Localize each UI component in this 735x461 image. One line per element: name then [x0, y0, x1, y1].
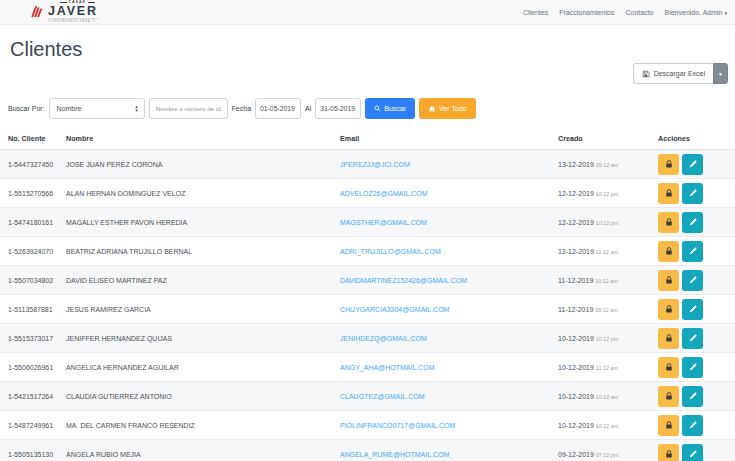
email-link[interactable]: JENIHDEZQ@GMAIL.COM — [340, 335, 427, 342]
caret-down-icon: ▼ — [718, 71, 723, 77]
lock-icon — [664, 275, 674, 285]
pencil-icon — [688, 275, 698, 285]
javer-logo[interactable]: CASAS JAVER CONSTRUIMOS PARA TI — [30, 1, 98, 23]
cell-acciones — [650, 353, 735, 382]
download-excel-dropdown-toggle[interactable]: ▼ — [713, 63, 728, 84]
cell-no-cliente: 1-5113587881 — [0, 295, 58, 324]
cell-no-cliente: 1-5515373017 — [0, 324, 58, 353]
creado-time: 10:12 pm — [596, 336, 618, 342]
buscar-label: Buscar — [384, 105, 406, 112]
search-icon — [374, 105, 381, 112]
creado-date: 13-12-2019 — [558, 161, 594, 168]
cell-acciones — [650, 324, 735, 353]
ver-todo-button[interactable]: Ver Todo — [419, 98, 476, 119]
lock-button[interactable] — [658, 444, 679, 461]
search-by-value: Nombre — [57, 105, 82, 112]
lock-icon — [664, 159, 674, 169]
search-by-select[interactable]: Nombre ▲▼ — [49, 98, 145, 119]
toolbar-row: Descargar Excel ▼ — [0, 60, 735, 84]
lock-icon — [664, 217, 674, 227]
cell-nombre: DAVID ELISEO MARTINEZ PAZ — [58, 266, 332, 295]
lock-button[interactable] — [658, 328, 679, 349]
edit-button[interactable] — [682, 299, 703, 320]
search-input[interactable] — [149, 98, 228, 119]
email-link[interactable]: CHUYGARCIA3304@GMAIL.COM — [340, 306, 449, 313]
nav-clientes[interactable]: Clientes — [523, 9, 548, 16]
cell-creado: 11-12-201909:12 am — [550, 295, 650, 324]
cell-email: CHUYGARCIA3304@GMAIL.COM — [332, 295, 550, 324]
lock-icon — [664, 362, 674, 372]
lock-button[interactable] — [658, 212, 679, 233]
cell-no-cliente: 1-5515270566 — [0, 179, 58, 208]
date-from-input[interactable] — [255, 98, 301, 119]
table-row: 1-5507034802 DAVID ELISEO MARTINEZ PAZ D… — [0, 266, 735, 295]
cell-acciones — [650, 382, 735, 411]
cell-acciones — [650, 440, 735, 461]
creado-time: 11:12 am — [596, 365, 618, 371]
edit-button[interactable] — [682, 183, 703, 204]
cell-acciones — [650, 266, 735, 295]
buscar-button[interactable]: Buscar — [365, 98, 415, 119]
table-row: 1-5505135130 ANGELA RUBIO MEJIA ANGELA_R… — [0, 440, 735, 461]
email-link[interactable]: ANGELA_RUME@HOTMAIL.COM — [340, 451, 449, 458]
edit-button[interactable] — [682, 415, 703, 436]
email-link[interactable]: ADRI_TRUJILLO@GMAIL.COM — [340, 248, 441, 255]
email-link[interactable]: MAGSTHER@GMAIL.COM — [340, 219, 427, 226]
edit-button[interactable] — [682, 212, 703, 233]
table-row: 1-5515270566 ALAN HERNAN DOMINGUEZ VELOZ… — [0, 179, 735, 208]
nav-contacto[interactable]: Contacto — [625, 9, 653, 16]
creado-date: 11-12-2019 — [558, 277, 593, 284]
lock-button[interactable] — [658, 415, 679, 436]
lock-button[interactable] — [658, 183, 679, 204]
email-link[interactable]: PIOLINFRANCO0717@GMAIL.COM — [340, 422, 455, 429]
cell-no-cliente: 1-5447327450 — [0, 150, 58, 179]
email-link[interactable]: ANGY_AHA@HOTMAIL.COM — [340, 364, 435, 371]
lock-button[interactable] — [658, 241, 679, 262]
lock-button[interactable] — [658, 299, 679, 320]
cell-nombre: MAGALLY ESTHER PAVON HEREDIA — [58, 208, 332, 237]
edit-button[interactable] — [682, 241, 703, 262]
creado-time: 07:12 pm — [596, 452, 618, 458]
logo-text: CASAS JAVER CONSTRUIMOS PARA TI — [48, 1, 98, 23]
nav-user-menu[interactable]: Bienvenido, Admin▾ — [665, 9, 728, 16]
nav-fraccionamientos[interactable]: Fraccionamientos — [559, 9, 614, 16]
creado-date: 10-12-2019 — [558, 422, 594, 429]
select-arrows-icon: ▲▼ — [134, 105, 138, 112]
edit-button[interactable] — [682, 154, 703, 175]
cell-creado: 10-12-201910:12 pm — [550, 324, 650, 353]
cell-acciones — [650, 150, 735, 179]
email-link[interactable]: ADVELOZ26@GMAIL.COM — [340, 190, 428, 197]
cell-email: MAGSTHER@GMAIL.COM — [332, 208, 550, 237]
creado-time: 09:12 am — [595, 307, 617, 313]
logo-tagline: CONSTRUIMOS PARA TI — [48, 18, 98, 23]
email-link[interactable]: JPEREZJJ@JCI.COM — [340, 161, 410, 168]
download-excel-label: Descargar Excel — [654, 70, 705, 77]
fecha-label: Fecha — [232, 105, 251, 112]
cell-email: ADRI_TRUJILLO@GMAIL.COM — [332, 237, 550, 266]
creado-time: 09:12 am — [596, 162, 618, 168]
cell-nombre: BEATRIZ ADRIANA TRUJILLO BERNAL — [58, 237, 332, 266]
lock-button[interactable] — [658, 270, 679, 291]
download-excel-button[interactable]: Descargar Excel — [633, 63, 713, 84]
edit-button[interactable] — [682, 386, 703, 407]
edit-button[interactable] — [682, 357, 703, 378]
edit-button[interactable] — [682, 270, 703, 291]
cell-nombre: ANGELA RUBIO MEJIA — [58, 440, 332, 461]
cell-nombre: CLAUDIA GUTIERREZ ANTONIO — [58, 382, 332, 411]
table-row: 1-5506026961 ANGELICA HERNANDEZ AGUILAR … — [0, 353, 735, 382]
lock-button[interactable] — [658, 154, 679, 175]
cell-email: ANGELA_RUME@HOTMAIL.COM — [332, 440, 550, 461]
email-link[interactable]: CLAUGTEZ@GMAIL.COM — [340, 393, 425, 400]
lock-button[interactable] — [658, 386, 679, 407]
creado-time: 10:12 am — [596, 394, 618, 400]
cell-acciones — [650, 295, 735, 324]
cell-email: JPEREZJJ@JCI.COM — [332, 150, 550, 179]
table-row: 1-5263924070 BEATRIZ ADRIANA TRUJILLO BE… — [0, 237, 735, 266]
cell-email: DAVIDMARTINEZ152426@GMAIL.COM — [332, 266, 550, 295]
edit-button[interactable] — [682, 328, 703, 349]
date-to-input[interactable] — [315, 98, 361, 119]
email-link[interactable]: DAVIDMARTINEZ152426@GMAIL.COM — [340, 277, 467, 284]
lock-button[interactable] — [658, 357, 679, 378]
table-row: 1-5421517264 CLAUDIA GUTIERREZ ANTONIO C… — [0, 382, 735, 411]
edit-button[interactable] — [682, 444, 703, 461]
